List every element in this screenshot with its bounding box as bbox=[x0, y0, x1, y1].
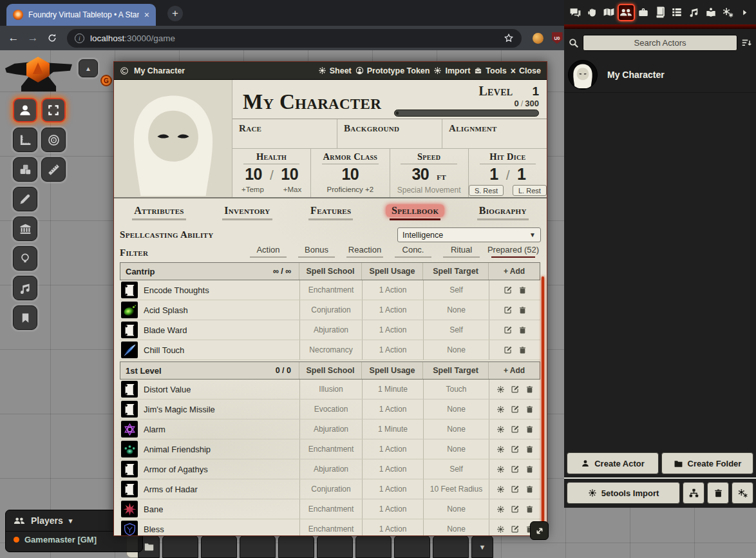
macro-slot[interactable] bbox=[317, 535, 353, 558]
delete-icon[interactable] bbox=[525, 505, 534, 514]
prepare-toggle-icon[interactable] bbox=[496, 505, 505, 514]
macro-slot[interactable] bbox=[355, 535, 392, 558]
sidebar-tab-items[interactable] bbox=[635, 4, 652, 21]
prepare-toggle-icon[interactable] bbox=[496, 405, 505, 414]
level-value[interactable]: 1 bbox=[532, 84, 539, 99]
tab-attributes[interactable]: Attributes bbox=[128, 204, 190, 217]
tool-measure[interactable] bbox=[41, 157, 66, 182]
sidebar-tab-playlists[interactable] bbox=[686, 4, 703, 21]
spell-name[interactable]: Alarm bbox=[144, 425, 165, 434]
filter-reaction[interactable]: Reaction bbox=[341, 245, 389, 258]
tool-lighting[interactable] bbox=[13, 246, 37, 271]
delete-icon[interactable] bbox=[518, 326, 527, 334]
filter-ritual[interactable]: Ritual bbox=[437, 245, 486, 258]
special-movement-label[interactable]: Special Movement bbox=[397, 186, 461, 195]
spell-row[interactable]: Bless Enchantment 1 Action None bbox=[120, 519, 540, 535]
background-field[interactable]: Background bbox=[337, 119, 442, 148]
edit-icon[interactable] bbox=[511, 385, 520, 394]
spell-row[interactable]: Animal Friendship Enchantment 1 Action N… bbox=[120, 439, 540, 459]
speed-value[interactable]: 30 bbox=[411, 165, 429, 184]
spell-name[interactable]: Chill Touch bbox=[144, 345, 184, 355]
hd-current[interactable]: 1 bbox=[489, 165, 498, 184]
prepare-toggle-icon[interactable] bbox=[496, 465, 505, 474]
spellcasting-ability-select[interactable]: Intelligence ▼ bbox=[397, 227, 541, 242]
tool-notes[interactable] bbox=[13, 305, 37, 330]
tool-drawings[interactable] bbox=[13, 187, 37, 211]
players-caret-icon[interactable]: ▾ bbox=[69, 517, 73, 525]
spell-row[interactable]: Blade Ward Abjuration 1 Action Self bbox=[120, 320, 540, 340]
site-info-icon[interactable]: i bbox=[75, 34, 84, 43]
spell-row[interactable]: Distort Value Illusion 1 Minute Touch bbox=[120, 380, 540, 399]
hp-temp-label[interactable]: +Temp bbox=[241, 186, 264, 193]
spell-name[interactable]: Encode Thoughts bbox=[144, 285, 209, 295]
race-field[interactable]: Race bbox=[232, 119, 337, 148]
delete-all-button[interactable] bbox=[707, 482, 729, 504]
tab-spellbook[interactable]: Spellbook bbox=[386, 204, 444, 217]
reload-button[interactable] bbox=[43, 33, 62, 43]
address-bar[interactable]: i localhost:30000/game bbox=[67, 29, 522, 48]
spell-name[interactable]: Blade Ward bbox=[144, 325, 187, 335]
settings-button[interactable] bbox=[732, 482, 753, 504]
create-folder-button[interactable]: Create Folder bbox=[661, 452, 753, 474]
hotbar-collapse-button[interactable]: ▼ bbox=[471, 535, 493, 558]
prepare-toggle-icon[interactable] bbox=[496, 525, 505, 534]
prepare-toggle-icon[interactable] bbox=[496, 445, 505, 454]
spell-name[interactable]: Distort Value bbox=[144, 385, 191, 394]
alignment-field[interactable]: Alignment bbox=[442, 119, 547, 148]
macro-slot[interactable] bbox=[240, 535, 276, 558]
delete-icon[interactable] bbox=[525, 385, 534, 394]
filter-concentration[interactable]: Conc. bbox=[389, 245, 437, 258]
edit-icon[interactable] bbox=[511, 485, 520, 494]
section-slots[interactable]: 0 / 0 bbox=[276, 366, 299, 375]
scene-nav-collapse-button[interactable]: ▲ bbox=[79, 59, 98, 77]
sheet-config-button[interactable]: Sheet bbox=[318, 66, 352, 75]
macro-slot[interactable] bbox=[278, 535, 314, 558]
sidebar-tab-settings[interactable] bbox=[719, 4, 736, 21]
tools-button[interactable]: Tools bbox=[474, 66, 506, 75]
sidebar-tab-compendium[interactable] bbox=[703, 4, 719, 21]
tool-walls[interactable] bbox=[13, 216, 37, 241]
tool-select[interactable] bbox=[41, 98, 66, 122]
macro-slot[interactable] bbox=[162, 535, 198, 558]
actor-avatar[interactable] bbox=[568, 60, 598, 90]
tab-features[interactable]: Features bbox=[305, 204, 357, 217]
character-portrait[interactable] bbox=[114, 80, 232, 197]
sidebar-tab-journal[interactable] bbox=[652, 4, 668, 21]
spell-row[interactable]: Chill Touch Necromancy 1 Action None bbox=[120, 340, 540, 360]
hit-dice-stat[interactable]: Hit Dice 1/1 S. Rest L. Rest bbox=[469, 149, 547, 197]
actor-list-item[interactable]: My Character bbox=[564, 57, 756, 93]
cookie-extension-icon[interactable] bbox=[528, 33, 547, 44]
delete-icon[interactable] bbox=[518, 346, 527, 354]
tool-sounds[interactable] bbox=[13, 276, 37, 300]
section-slots[interactable]: ∞ / ∞ bbox=[273, 267, 299, 276]
macro-slot[interactable] bbox=[201, 535, 237, 558]
hp-max[interactable]: 10 bbox=[281, 165, 298, 184]
tab-biography[interactable]: Biography bbox=[473, 204, 533, 217]
search-actors-input[interactable] bbox=[583, 35, 737, 51]
prepare-toggle-icon[interactable] bbox=[496, 485, 505, 494]
edit-icon[interactable] bbox=[511, 405, 520, 414]
tool-target[interactable] bbox=[41, 128, 66, 152]
back-button[interactable]: ← bbox=[4, 32, 23, 44]
delete-icon[interactable] bbox=[525, 405, 534, 414]
spell-row[interactable]: Acid Splash Conjuration 1 Action None bbox=[120, 300, 540, 320]
spell-row[interactable]: Jim's Magic Missile Evocation 1 Action N… bbox=[120, 399, 540, 419]
5etools-import-button[interactable]: 5etools Import bbox=[567, 482, 680, 504]
delete-icon[interactable] bbox=[525, 425, 534, 434]
edit-icon[interactable] bbox=[511, 425, 520, 434]
spell-row[interactable]: Encode Thoughts Enchantment 1 Action Sel… bbox=[120, 280, 540, 300]
edit-icon[interactable] bbox=[511, 505, 520, 514]
delete-icon[interactable] bbox=[525, 465, 534, 474]
spell-name[interactable]: Arms of Hadar bbox=[144, 485, 198, 494]
xp-current[interactable]: 0 bbox=[514, 99, 518, 108]
tool-dice[interactable] bbox=[13, 157, 37, 182]
tool-token[interactable] bbox=[13, 98, 37, 122]
ac-value[interactable]: 10 bbox=[341, 165, 359, 184]
spell-name[interactable]: Animal Friendship bbox=[144, 445, 211, 454]
character-sheet-window[interactable]: My Character Sheet Prototype Token Impor… bbox=[113, 61, 547, 536]
speed-stat[interactable]: Speed 30ft Special Movement bbox=[390, 149, 469, 197]
import-button[interactable]: Import bbox=[433, 66, 470, 75]
tab-inventory[interactable]: Inventory bbox=[218, 204, 276, 217]
tab-close-icon[interactable]: × bbox=[144, 10, 149, 19]
hp-current[interactable]: 10 bbox=[245, 165, 262, 184]
